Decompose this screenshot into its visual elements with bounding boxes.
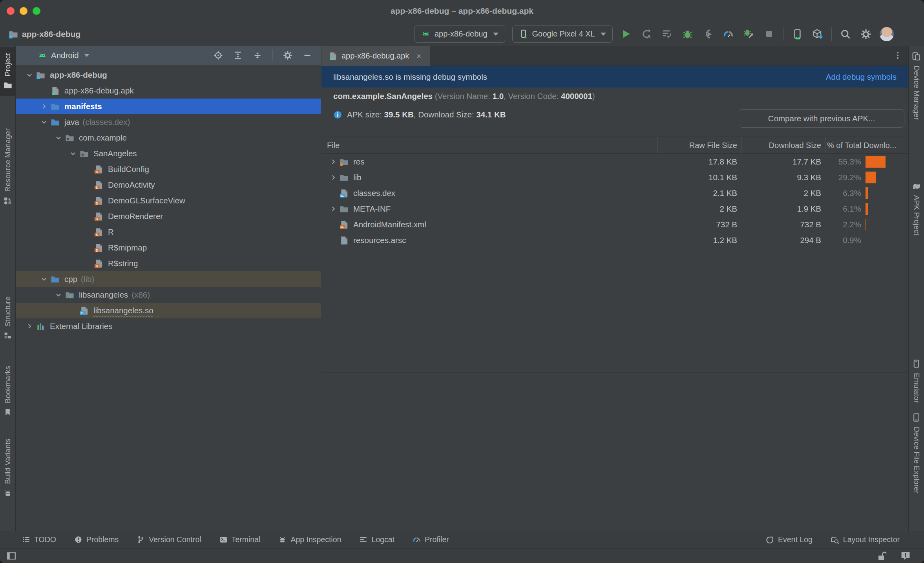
search-everywhere-button[interactable] — [839, 27, 852, 41]
chevron-down-icon[interactable] — [66, 150, 80, 157]
close-window-button[interactable] — [7, 7, 15, 15]
tree-item-r-mipmap[interactable]: R$mipmap — [16, 240, 321, 256]
tree-item-demorenderer[interactable]: DemoRenderer — [16, 208, 321, 224]
sidebar-item-bookmarks[interactable]: Bookmarks — [0, 366, 15, 416]
column-header-file[interactable]: File — [321, 137, 657, 154]
run-configuration-select[interactable]: app-x86-debug — [415, 26, 505, 43]
event-log-icon — [765, 536, 774, 544]
column-header-percent[interactable]: % of Total Downlo... — [825, 137, 908, 154]
tree-item-app-x86-debug[interactable]: app-x86-debug — [16, 67, 321, 83]
zoom-window-button[interactable] — [33, 7, 40, 15]
chevron-down-icon[interactable] — [37, 119, 51, 126]
tree-item-demoglsurfaceview[interactable]: DemoGLSurfaceView — [16, 193, 321, 208]
project-name[interactable]: app-x86-debug — [9, 22, 80, 46]
sidebar-item-emulator[interactable]: Emulator — [909, 359, 924, 403]
tree-item-buildconfig[interactable]: BuildConfig — [16, 161, 321, 177]
tab-app-x86-debug-apk[interactable]: app-x86-debug.apk — [321, 46, 430, 66]
tree-item-app-x86-debug-apk[interactable]: app-x86-debug.apk — [16, 83, 321, 99]
select-opened-file-button[interactable] — [214, 51, 223, 60]
android-studio-window: app-x86-debug – app-x86-debug.apk app-x8… — [0, 0, 924, 563]
expand-all-button[interactable] — [233, 51, 243, 60]
device-mirroring-button[interactable] — [791, 27, 804, 41]
tool-window-toggle-button[interactable] — [6, 551, 16, 561]
table-row-androidmanifest[interactable]: AndroidManifest.xml 732 B 732 B 2.2% — [321, 217, 908, 232]
debug-button[interactable] — [681, 27, 694, 41]
tree-item-sanangeles[interactable]: SanAngeles — [16, 146, 321, 161]
profile-low-overhead-button[interactable] — [742, 27, 756, 41]
tree-item-r[interactable]: R — [16, 224, 321, 240]
folder-icon — [340, 204, 350, 214]
main-toolbar: app-x86-debug app-x86-debug Google Pixel… — [0, 22, 924, 46]
attach-debugger-button[interactable] — [701, 27, 715, 41]
profile-button[interactable] — [722, 27, 735, 41]
project-view-selector[interactable]: Android — [51, 51, 79, 60]
unlock-indicator[interactable] — [877, 551, 887, 561]
info-icon — [333, 110, 342, 119]
notifications-button[interactable] — [900, 551, 911, 561]
run-button[interactable] — [620, 27, 633, 41]
stop-button[interactable] — [763, 27, 776, 41]
sidebar-item-app-inspection[interactable]: App Inspection — [278, 535, 341, 544]
sidebar-item-problems[interactable]: Problems — [74, 535, 119, 544]
table-row-resources-arsc[interactable]: resources.arsc 1.2 KB 294 B 0.9% — [321, 232, 908, 248]
compare-apk-button[interactable]: Compare with previous APK... — [739, 109, 904, 128]
tree-item-manifests[interactable]: manifests — [16, 99, 321, 114]
sdk-manager-button[interactable] — [811, 27, 824, 41]
avatar[interactable] — [880, 27, 894, 41]
device-select[interactable]: Google Pixel 4 XL — [512, 26, 613, 43]
panel-options-button[interactable] — [283, 51, 292, 60]
apk-package-info: com.example.SanAngeles (Version Name: 1.… — [333, 88, 595, 105]
column-header-download-size[interactable]: Download Size — [741, 137, 825, 154]
sidebar-item-version-control[interactable]: Version Control — [137, 535, 201, 544]
chevron-down-icon[interactable] — [37, 276, 51, 283]
tree-item-demoactivity[interactable]: DemoActivity — [16, 177, 321, 193]
toolbar-separator — [783, 27, 783, 41]
sidebar-item-build-variants[interactable]: Build Variants — [0, 439, 15, 497]
chevron-right-icon[interactable] — [327, 174, 340, 181]
tree-item-r-string[interactable]: R$string — [16, 256, 321, 271]
table-row-meta-inf[interactable]: META-INF 2 KB 1.9 KB 6.1% — [321, 201, 908, 217]
tree-item-external-libraries[interactable]: External Libraries — [16, 318, 321, 334]
table-row-lib[interactable]: lib 10.1 KB 9.3 KB 29.2% — [321, 170, 908, 185]
sidebar-item-device-file-explorer[interactable]: Device File Explorer — [909, 413, 924, 494]
sidebar-item-logcat[interactable]: Logcat — [359, 535, 394, 544]
chevron-right-icon[interactable] — [23, 323, 36, 330]
sidebar-item-todo[interactable]: TODO — [22, 535, 56, 544]
apply-changes-button[interactable] — [640, 27, 654, 41]
tree-item-cpp[interactable]: cpp(lib) — [16, 271, 321, 287]
chevron-down-icon[interactable] — [84, 54, 89, 57]
sidebar-item-device-manager[interactable]: Device Manager — [909, 52, 924, 120]
sidebar-item-terminal[interactable]: Terminal — [219, 535, 261, 544]
close-icon[interactable] — [416, 53, 422, 59]
collapse-all-button[interactable] — [253, 51, 262, 60]
minimize-window-button[interactable] — [20, 7, 27, 15]
chevron-down-icon[interactable] — [23, 71, 36, 79]
tree-item-libsanangeles[interactable]: libsanangeles(x86) — [16, 287, 321, 303]
sidebar-item-resource-manager[interactable]: Resource Manager — [0, 128, 15, 205]
chevron-right-icon[interactable] — [327, 158, 340, 165]
chevron-down-icon[interactable] — [52, 291, 65, 298]
apply-code-changes-button[interactable] — [661, 27, 674, 41]
table-row-classes-dex[interactable]: classes.dex 2.1 KB 2 KB 6.3% — [321, 185, 908, 201]
logcat-icon — [359, 536, 367, 544]
percent-bar — [866, 187, 868, 199]
sidebar-item-structure[interactable]: Structure — [0, 296, 15, 340]
tree-item-libsanangeles-so[interactable]: libsanangeles.so — [16, 303, 321, 318]
column-header-raw-size[interactable]: Raw File Size — [657, 137, 741, 154]
chevron-right-icon[interactable] — [37, 103, 51, 110]
settings-button[interactable] — [859, 27, 873, 41]
editor-split-divider[interactable] — [321, 373, 908, 373]
sidebar-item-event-log[interactable]: Event Log — [765, 535, 813, 544]
sidebar-item-layout-inspector[interactable]: Layout Inspector — [831, 535, 900, 544]
add-debug-symbols-link[interactable]: Add debug symbols — [826, 72, 897, 82]
hide-panel-button[interactable] — [303, 51, 312, 60]
table-row-res[interactable]: res 17.8 KB 17.7 KB 55.3% — [321, 154, 908, 170]
sidebar-item-apk-project[interactable]: APK Project — [909, 181, 924, 235]
more-options-button[interactable] — [893, 49, 902, 61]
tree-item-com-example[interactable]: com.example — [16, 130, 321, 146]
sidebar-item-project[interactable]: Project — [0, 47, 15, 96]
chevron-right-icon[interactable] — [327, 205, 340, 212]
tree-item-java[interactable]: java(classes.dex) — [16, 114, 321, 130]
sidebar-item-profiler[interactable]: Profiler — [413, 535, 449, 544]
chevron-down-icon[interactable] — [52, 134, 65, 141]
